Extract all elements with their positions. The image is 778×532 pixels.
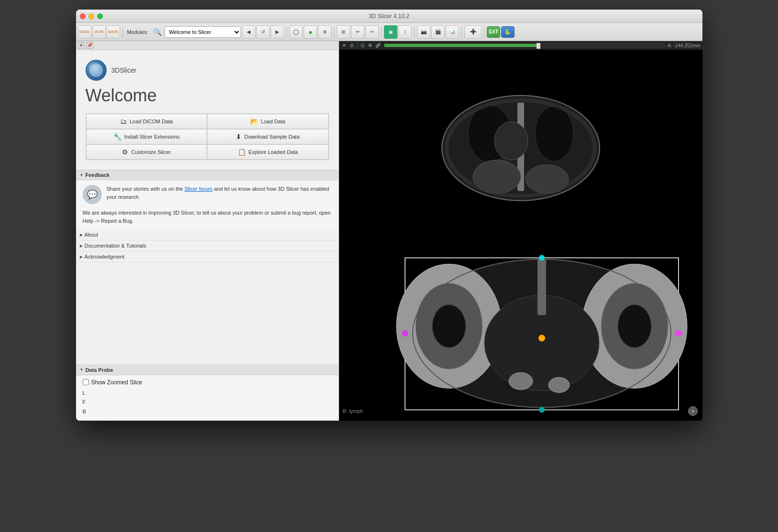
docs-header[interactable]: ▶ Documentation & Tutorials xyxy=(76,240,339,251)
view-toggle-1[interactable]: ⊞ xyxy=(337,25,350,39)
slicer-forum-link[interactable]: Slicer forum xyxy=(185,186,213,192)
slice-bar-handle[interactable] xyxy=(537,43,540,49)
action-buttons-grid: 🗂 Load DICOM Data 📂 Load Data 🔧 Install … xyxy=(86,113,329,160)
separator5 xyxy=(414,26,415,38)
crosshair-button[interactable]: ⊕ xyxy=(318,25,331,39)
extensions-button[interactable]: EXT xyxy=(487,26,500,38)
3d-view-button[interactable]: ⬡ xyxy=(289,25,303,39)
pencil-icon[interactable]: ✏ xyxy=(351,25,364,39)
layout-button[interactable]: 📊 xyxy=(446,25,459,39)
svg-point-29 xyxy=(538,335,545,342)
feedback-main-text: Share your stories with us on the Slicer… xyxy=(107,185,332,201)
about-triangle-icon: ▶ xyxy=(80,233,83,237)
show-zoomed-checkbox[interactable] xyxy=(83,379,89,385)
logo-area: 3DSlicer xyxy=(86,60,329,81)
viewer-pin-button[interactable]: ✕ xyxy=(341,42,348,49)
svg-point-28 xyxy=(675,330,682,337)
feedback-triangle-icon: ▼ xyxy=(80,173,84,177)
explore-icon: 📋 xyxy=(238,148,246,156)
toolbar: DATA DCM SAVE Modules: 🔍 Welcome to Slic… xyxy=(76,23,702,41)
viewer-link-icon[interactable]: 🔗 xyxy=(374,42,381,49)
reload-button[interactable]: ↺ xyxy=(256,25,270,39)
load-dicom-button[interactable]: 🗂 Load DICOM Data xyxy=(86,114,208,129)
search-icon[interactable]: 🔍 xyxy=(151,26,164,38)
about-header[interactable]: ▶ About xyxy=(76,229,339,240)
feedback-header[interactable]: ▼ Feedback xyxy=(76,170,339,180)
svg-rect-23 xyxy=(537,258,546,315)
g-label: G xyxy=(360,43,366,48)
data-probe-triangle-icon: ▼ xyxy=(80,368,84,372)
customize-slicer-button[interactable]: ⚙ Customize Slicer xyxy=(86,144,208,160)
dcm-button[interactable]: DCM xyxy=(92,25,106,39)
b-lymph-label: B: lymph xyxy=(343,408,363,414)
fullscreen-button[interactable] xyxy=(97,13,103,19)
viewer-close-button[interactable]: ✕ xyxy=(688,406,698,416)
probe-label-l: L xyxy=(83,389,332,398)
data-probe-header[interactable]: ▼ Data Probe xyxy=(76,365,339,375)
feedback-title: Feedback xyxy=(85,172,110,178)
viewer-separator xyxy=(357,43,358,48)
acknowledgment-header[interactable]: ▶ Acknowledgment xyxy=(76,251,339,262)
viewer-expand-button[interactable]: ⊡ xyxy=(349,42,355,49)
dicom-icon: 🗂 xyxy=(120,118,127,125)
titlebar: 3D Slicer 4.10.2 xyxy=(76,10,702,23)
pin-button[interactable]: 📌 xyxy=(87,42,93,49)
load-data-label: Load Data xyxy=(261,119,285,124)
install-extensions-button[interactable]: 🔧 Install Slicer Extensions xyxy=(86,129,208,144)
download-sample-button[interactable]: ⬇ Download Sample Data xyxy=(207,129,329,144)
prev-button[interactable]: ◀ xyxy=(242,25,255,39)
logo-inner xyxy=(89,64,103,77)
separator6 xyxy=(461,26,462,38)
next-button[interactable]: ▶ xyxy=(271,25,284,39)
docs-label: Documentation & Tutorials xyxy=(85,243,146,249)
extensions-icon: 🔧 xyxy=(113,133,121,141)
upper-ct-scan xyxy=(427,50,614,246)
load-dicom-label: Load DICOM Data xyxy=(130,119,173,124)
svg-point-16 xyxy=(432,305,466,348)
close-button[interactable] xyxy=(80,13,86,19)
traffic-lights xyxy=(80,13,103,19)
save-button[interactable]: SAVE xyxy=(107,25,120,39)
app-window: 3D Slicer 4.10.2 DATA DCM SAVE Modules: … xyxy=(76,10,702,421)
svg-point-4 xyxy=(535,106,573,162)
load-data-button[interactable]: 📂 Load Data xyxy=(207,114,329,129)
separator3 xyxy=(334,26,334,38)
axis-button[interactable]: ↕ xyxy=(398,25,412,39)
scissors-icon[interactable]: ✂ xyxy=(365,25,379,39)
viewer-settings-icon[interactable]: ⚙ xyxy=(367,42,373,49)
lower-ct-scan xyxy=(339,246,702,421)
minimize-button[interactable] xyxy=(88,13,94,19)
record-button[interactable]: 🎬 xyxy=(431,25,445,39)
feedback-body-text: We are always interested in improving 3D… xyxy=(83,209,332,225)
acknowledgment-label: Acknowledgment xyxy=(85,254,125,260)
python-button[interactable]: 🐍 xyxy=(501,26,515,38)
data-button[interactable]: DATA xyxy=(78,25,91,39)
svg-point-6 xyxy=(494,122,528,160)
slice-slider[interactable] xyxy=(384,43,665,47)
module-dropdown[interactable]: Welcome to Slicer xyxy=(164,26,241,38)
module-icon[interactable]: ● xyxy=(304,25,317,39)
feedback-row: 💬 Share your stories with us on the Slic… xyxy=(83,185,332,204)
separator4 xyxy=(381,26,382,38)
collapse-left-button[interactable]: ✕ xyxy=(78,42,85,49)
customize-slicer-label: Customize Slicer xyxy=(131,149,171,155)
customize-icon: ⚙ xyxy=(122,148,128,156)
about-section: ▶ About xyxy=(76,229,339,240)
explore-loaded-button[interactable]: 📋 Explore Loaded Data xyxy=(207,144,329,160)
data-icon: 📂 xyxy=(250,118,258,125)
slice-view-button[interactable]: ▣ xyxy=(384,25,397,39)
download-sample-label: Download Sample Data xyxy=(244,134,300,140)
crosshair-mode-button[interactable]: ✚ xyxy=(464,25,482,39)
feedback-content: 💬 Share your stories with us on the Slic… xyxy=(76,180,339,229)
data-probe-section: ▼ Data Probe Show Zoomed Slice L F B xyxy=(76,365,339,421)
feedback-text-part1: Share your stories with us on the xyxy=(107,186,185,192)
screenshot-button[interactable]: 📷 xyxy=(417,25,430,39)
svg-point-25 xyxy=(539,255,545,261)
probe-labels: L F B xyxy=(83,389,332,417)
left-panel: ✕ 📌 3DSlicer Welcome 🗂 Load DICOM Data xyxy=(76,41,339,421)
upper-ct-svg xyxy=(427,50,614,246)
acknowledgment-triangle-icon: ▶ xyxy=(80,255,83,259)
modules-label: Modules: xyxy=(127,29,149,35)
probe-label-f: F xyxy=(83,398,332,407)
separator1 xyxy=(122,26,123,38)
